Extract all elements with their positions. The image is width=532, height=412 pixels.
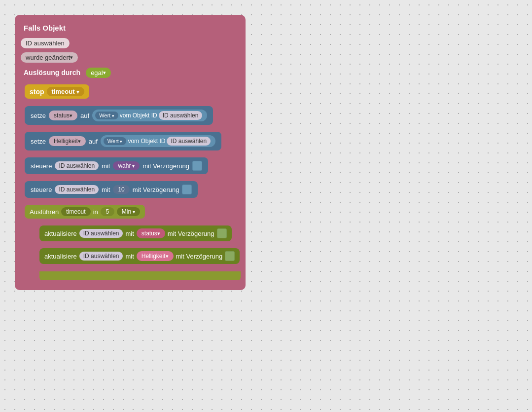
ausfuhren-row: Ausführen timeout in 5 Min [20, 201, 241, 222]
main-block: Falls Objekt ID auswählen wurde geändert… [15, 15, 246, 290]
aktualisiere-label-1: aktualisiere [44, 230, 77, 237]
status-dropdown-2[interactable]: status [137, 228, 165, 238]
auslösung-row: Auslösung durch egal [20, 65, 241, 80]
auf-label-2: auf [89, 138, 98, 145]
workspace: Falls Objekt ID auswählen wurde geändert… [0, 0, 532, 305]
wurde-geandert-dropdown[interactable]: wurde geändert [21, 52, 78, 63]
auslösung-label: Auslösung durch [21, 67, 83, 78]
stop-timeout-row: stop timeout [20, 80, 241, 103]
steuere-10-row: steuere ID auswählen mit 10 mit Verzöger… [20, 178, 241, 201]
aktualisiere-label-2: aktualisiere [44, 253, 77, 260]
id-auswahlen-row: ID auswählen [20, 36, 241, 50]
mit-label-1: mit [102, 162, 110, 170]
checkbox-2[interactable] [182, 185, 192, 194]
aktualisiere-id-2[interactable]: ID auswählen [79, 252, 123, 261]
setze-helligkeit-row: setze Helligkeit auf Wert vom Objekt ID … [20, 128, 241, 154]
wert-block-1: Wert vom Objekt ID ID auswählen [92, 110, 207, 121]
id-button-inner-2[interactable]: ID auswählen [167, 137, 211, 146]
stop-label: stop [30, 88, 44, 96]
setze-helligkeit-block: setze Helligkeit auf Wert vom Objekt ID … [25, 132, 221, 150]
wert-dropdown-1[interactable]: Wert [95, 112, 118, 119]
checkbox-1[interactable] [192, 161, 202, 171]
stop-block: stop timeout [25, 84, 89, 99]
aktualisiere-status-row: aktualisiere ID auswählen mit status mit… [20, 222, 241, 245]
min-dropdown[interactable]: Min [117, 207, 140, 216]
setze-status-block: setze status auf Wert vom Objekt ID ID a… [25, 106, 213, 125]
helligkeit-dropdown-2[interactable]: Helligkeit [137, 251, 174, 261]
steuere-label-2: steuere [31, 186, 52, 193]
checkbox-4[interactable] [225, 251, 235, 261]
id-button-inner-1[interactable]: ID auswählen [159, 111, 203, 120]
ausfuhren-label: Ausführen [30, 208, 59, 216]
in-label: in [93, 208, 98, 216]
wahr-dropdown[interactable]: wahr [113, 161, 140, 170]
aktualisiere-helligkeit-block: aktualisiere ID auswählen mit Helligkeit… [39, 248, 240, 264]
egal-dropdown[interactable]: egal [86, 68, 111, 78]
setze-status-row: setze status auf Wert vom Objekt ID ID a… [20, 103, 241, 128]
steuere-id-button-1[interactable]: ID auswählen [55, 161, 99, 170]
mit-verzögerung-label-3: mit Verzögerung [168, 230, 214, 237]
steuere-wahr-block: steuere ID auswählen mit wahr mit Verzög… [25, 157, 208, 174]
bottom-olive-bar [39, 271, 241, 280]
falls-objekt-label: Falls Objekt [21, 22, 69, 34]
mit-verzögerung-label-2: mit Verzögerung [133, 186, 179, 193]
wert-block-2: Wert vom Objekt ID ID auswählen [101, 135, 215, 147]
wert-dropdown-2[interactable]: Wert [104, 137, 127, 145]
mit-label-2: mit [102, 186, 110, 193]
vom-objekt-label-1: vom Objekt ID [120, 112, 157, 119]
steuere-label-1: steuere [31, 162, 52, 170]
mit-label-3: mit [125, 230, 134, 237]
number-10-pill: 10 [113, 185, 129, 194]
vom-objekt-label-2: vom Objekt ID [128, 138, 165, 145]
steuere-wahr-row: steuere ID auswählen mit wahr mit Verzög… [20, 154, 241, 178]
aktualisiere-id-1[interactable]: ID auswählen [79, 229, 123, 238]
setze-label-2: setze [31, 138, 46, 145]
helligkeit-dropdown-1[interactable]: Helligkeit [49, 136, 86, 146]
mit-verzögerung-label-4: mit Verzögerung [176, 253, 223, 260]
steuere-10-block: steuere ID auswählen mit 10 mit Verzöger… [25, 181, 198, 198]
checkbox-3[interactable] [217, 228, 227, 238]
auf-label-1: auf [80, 112, 89, 119]
aktualisiere-status-block: aktualisiere ID auswählen mit status mit… [39, 225, 232, 241]
number-5-pill: 5 [101, 207, 114, 216]
mit-verzögerung-label-1: mit Verzögerung [142, 162, 189, 170]
timeout-pill-olive: timeout [61, 207, 90, 216]
ausfuhren-block: Ausführen timeout in 5 Min [25, 205, 145, 219]
setze-label-1: setze [31, 112, 46, 119]
aktualisiere-helligkeit-row: aktualisiere ID auswählen mit Helligkeit… [20, 245, 241, 267]
wurde-geandert-row: wurde geändert [20, 50, 241, 65]
falls-objekt-row: Falls Objekt [20, 20, 241, 36]
timeout-dropdown[interactable]: timeout [47, 87, 84, 96]
mit-label-4: mit [125, 253, 134, 260]
steuere-id-button-2[interactable]: ID auswählen [55, 185, 99, 194]
status-dropdown-1[interactable]: status [49, 111, 77, 120]
id-auswahlen-button[interactable]: ID auswählen [21, 38, 70, 48]
